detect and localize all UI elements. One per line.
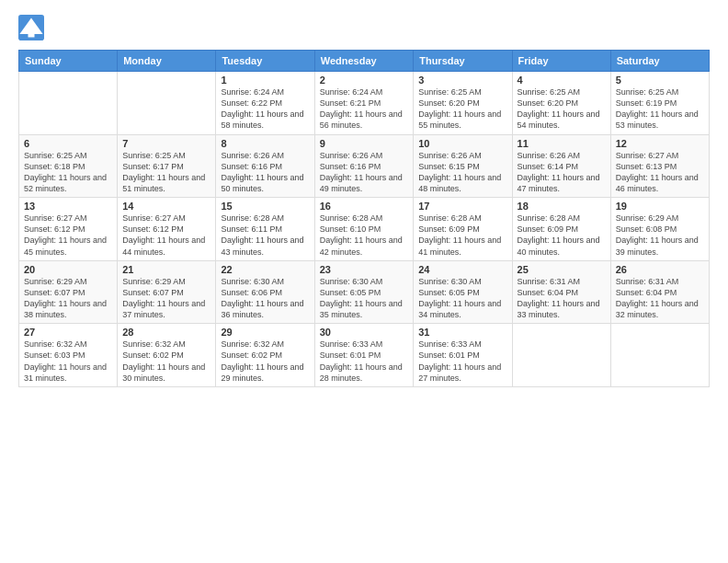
calendar-cell xyxy=(118,72,216,135)
calendar-cell: 13Sunrise: 6:27 AM Sunset: 6:12 PM Dayli… xyxy=(19,198,118,261)
day-info: Sunrise: 6:32 AM Sunset: 6:02 PM Dayligh… xyxy=(122,339,210,384)
day-info: Sunrise: 6:31 AM Sunset: 6:04 PM Dayligh… xyxy=(616,276,704,321)
day-number: 30 xyxy=(320,327,409,338)
calendar-cell xyxy=(610,324,709,387)
day-number: 22 xyxy=(221,264,309,275)
calendar-cell: 5Sunrise: 6:25 AM Sunset: 6:19 PM Daylig… xyxy=(610,72,709,135)
day-number: 21 xyxy=(122,264,210,275)
calendar-week-row: 20Sunrise: 6:29 AM Sunset: 6:07 PM Dayli… xyxy=(19,260,710,324)
day-number: 5 xyxy=(616,75,704,86)
day-number: 4 xyxy=(518,75,606,86)
day-info: Sunrise: 6:27 AM Sunset: 6:13 PM Dayligh… xyxy=(616,150,704,195)
calendar-week-row: 13Sunrise: 6:27 AM Sunset: 6:12 PM Dayli… xyxy=(19,198,710,261)
day-info: Sunrise: 6:25 AM Sunset: 6:17 PM Dayligh… xyxy=(122,150,210,195)
calendar-cell: 6Sunrise: 6:25 AM Sunset: 6:18 PM Daylig… xyxy=(19,134,118,198)
calendar-cell: 26Sunrise: 6:31 AM Sunset: 6:04 PM Dayli… xyxy=(610,260,709,324)
day-number: 10 xyxy=(418,138,506,149)
day-number: 14 xyxy=(122,201,210,212)
logo xyxy=(18,15,46,40)
day-info: Sunrise: 6:29 AM Sunset: 6:07 PM Dayligh… xyxy=(24,276,112,321)
calendar-cell: 29Sunrise: 6:32 AM Sunset: 6:02 PM Dayli… xyxy=(216,324,314,387)
calendar-cell: 9Sunrise: 6:26 AM Sunset: 6:16 PM Daylig… xyxy=(314,134,414,198)
calendar-cell: 25Sunrise: 6:31 AM Sunset: 6:04 PM Dayli… xyxy=(512,260,610,324)
day-info: Sunrise: 6:24 AM Sunset: 6:22 PM Dayligh… xyxy=(221,86,309,132)
calendar-cell: 27Sunrise: 6:32 AM Sunset: 6:03 PM Dayli… xyxy=(19,324,118,387)
calendar-header-row: SundayMondayTuesdayWednesdayThursdayFrid… xyxy=(19,51,710,72)
day-number: 3 xyxy=(418,75,506,86)
calendar-table: SundayMondayTuesdayWednesdayThursdayFrid… xyxy=(18,50,710,387)
day-info: Sunrise: 6:30 AM Sunset: 6:05 PM Dayligh… xyxy=(418,276,506,321)
day-info: Sunrise: 6:31 AM Sunset: 6:04 PM Dayligh… xyxy=(518,276,606,321)
day-info: Sunrise: 6:28 AM Sunset: 6:09 PM Dayligh… xyxy=(518,213,606,258)
calendar-cell: 11Sunrise: 6:26 AM Sunset: 6:14 PM Dayli… xyxy=(512,134,610,198)
day-info: Sunrise: 6:28 AM Sunset: 6:09 PM Dayligh… xyxy=(418,213,506,258)
day-info: Sunrise: 6:29 AM Sunset: 6:07 PM Dayligh… xyxy=(122,276,210,321)
calendar-cell xyxy=(19,72,118,135)
day-info: Sunrise: 6:29 AM Sunset: 6:08 PM Dayligh… xyxy=(616,213,704,258)
calendar-cell: 31Sunrise: 6:33 AM Sunset: 6:01 PM Dayli… xyxy=(414,324,512,387)
calendar-cell: 21Sunrise: 6:29 AM Sunset: 6:07 PM Dayli… xyxy=(118,260,216,324)
calendar-cell: 7Sunrise: 6:25 AM Sunset: 6:17 PM Daylig… xyxy=(118,134,216,198)
calendar-cell: 19Sunrise: 6:29 AM Sunset: 6:08 PM Dayli… xyxy=(610,198,709,261)
calendar-cell: 28Sunrise: 6:32 AM Sunset: 6:02 PM Dayli… xyxy=(118,324,216,387)
day-number: 13 xyxy=(24,201,112,212)
calendar-cell xyxy=(512,324,610,387)
calendar-cell: 1Sunrise: 6:24 AM Sunset: 6:22 PM Daylig… xyxy=(216,72,314,135)
day-number: 20 xyxy=(24,264,112,275)
calendar-cell: 10Sunrise: 6:26 AM Sunset: 6:15 PM Dayli… xyxy=(414,134,512,198)
day-info: Sunrise: 6:26 AM Sunset: 6:15 PM Dayligh… xyxy=(418,150,506,195)
day-number: 27 xyxy=(24,327,112,338)
day-info: Sunrise: 6:27 AM Sunset: 6:12 PM Dayligh… xyxy=(24,213,112,258)
calendar-cell: 15Sunrise: 6:28 AM Sunset: 6:11 PM Dayli… xyxy=(216,198,314,261)
day-info: Sunrise: 6:25 AM Sunset: 6:19 PM Dayligh… xyxy=(616,86,704,132)
calendar-cell: 23Sunrise: 6:30 AM Sunset: 6:05 PM Dayli… xyxy=(314,260,414,324)
day-info: Sunrise: 6:32 AM Sunset: 6:02 PM Dayligh… xyxy=(221,339,309,384)
day-number: 16 xyxy=(320,201,409,212)
day-number: 29 xyxy=(221,327,309,338)
day-number: 26 xyxy=(616,264,704,275)
day-number: 24 xyxy=(418,264,506,275)
day-number: 28 xyxy=(122,327,210,338)
calendar-cell: 2Sunrise: 6:24 AM Sunset: 6:21 PM Daylig… xyxy=(314,72,414,135)
day-number: 19 xyxy=(616,201,704,212)
calendar-cell: 16Sunrise: 6:28 AM Sunset: 6:10 PM Dayli… xyxy=(314,198,414,261)
weekday-header-saturday: Saturday xyxy=(610,51,709,72)
calendar-cell: 3Sunrise: 6:25 AM Sunset: 6:20 PM Daylig… xyxy=(414,72,512,135)
calendar-cell: 30Sunrise: 6:33 AM Sunset: 6:01 PM Dayli… xyxy=(314,324,414,387)
calendar-cell: 24Sunrise: 6:30 AM Sunset: 6:05 PM Dayli… xyxy=(414,260,512,324)
weekday-header-thursday: Thursday xyxy=(414,51,512,72)
day-info: Sunrise: 6:30 AM Sunset: 6:06 PM Dayligh… xyxy=(221,276,309,321)
day-info: Sunrise: 6:30 AM Sunset: 6:05 PM Dayligh… xyxy=(320,276,409,321)
day-number: 31 xyxy=(418,327,506,338)
day-info: Sunrise: 6:26 AM Sunset: 6:16 PM Dayligh… xyxy=(221,150,309,195)
day-number: 1 xyxy=(221,75,309,86)
day-info: Sunrise: 6:33 AM Sunset: 6:01 PM Dayligh… xyxy=(320,339,409,384)
day-number: 11 xyxy=(518,138,606,149)
day-info: Sunrise: 6:32 AM Sunset: 6:03 PM Dayligh… xyxy=(24,339,112,384)
day-info: Sunrise: 6:28 AM Sunset: 6:10 PM Dayligh… xyxy=(320,213,409,258)
logo-icon xyxy=(18,15,44,40)
calendar-cell: 18Sunrise: 6:28 AM Sunset: 6:09 PM Dayli… xyxy=(512,198,610,261)
day-number: 8 xyxy=(221,138,309,149)
calendar-week-row: 27Sunrise: 6:32 AM Sunset: 6:03 PM Dayli… xyxy=(19,324,710,387)
day-info: Sunrise: 6:26 AM Sunset: 6:14 PM Dayligh… xyxy=(518,150,606,195)
day-info: Sunrise: 6:24 AM Sunset: 6:21 PM Dayligh… xyxy=(320,86,409,132)
day-number: 9 xyxy=(320,138,409,149)
day-number: 7 xyxy=(122,138,210,149)
day-number: 25 xyxy=(518,264,606,275)
day-info: Sunrise: 6:28 AM Sunset: 6:11 PM Dayligh… xyxy=(221,213,309,258)
day-number: 6 xyxy=(24,138,112,149)
calendar-cell: 17Sunrise: 6:28 AM Sunset: 6:09 PM Dayli… xyxy=(414,198,512,261)
day-number: 17 xyxy=(418,201,506,212)
weekday-header-sunday: Sunday xyxy=(19,51,118,72)
day-info: Sunrise: 6:25 AM Sunset: 6:20 PM Dayligh… xyxy=(518,86,606,132)
day-number: 2 xyxy=(320,75,409,86)
calendar-cell: 14Sunrise: 6:27 AM Sunset: 6:12 PM Dayli… xyxy=(118,198,216,261)
calendar-cell: 8Sunrise: 6:26 AM Sunset: 6:16 PM Daylig… xyxy=(216,134,314,198)
calendar-cell: 22Sunrise: 6:30 AM Sunset: 6:06 PM Dayli… xyxy=(216,260,314,324)
day-info: Sunrise: 6:33 AM Sunset: 6:01 PM Dayligh… xyxy=(418,339,506,384)
day-info: Sunrise: 6:25 AM Sunset: 6:18 PM Dayligh… xyxy=(24,150,112,195)
day-info: Sunrise: 6:27 AM Sunset: 6:12 PM Dayligh… xyxy=(122,213,210,258)
calendar-cell: 12Sunrise: 6:27 AM Sunset: 6:13 PM Dayli… xyxy=(610,134,709,198)
calendar-week-row: 6Sunrise: 6:25 AM Sunset: 6:18 PM Daylig… xyxy=(19,134,710,198)
